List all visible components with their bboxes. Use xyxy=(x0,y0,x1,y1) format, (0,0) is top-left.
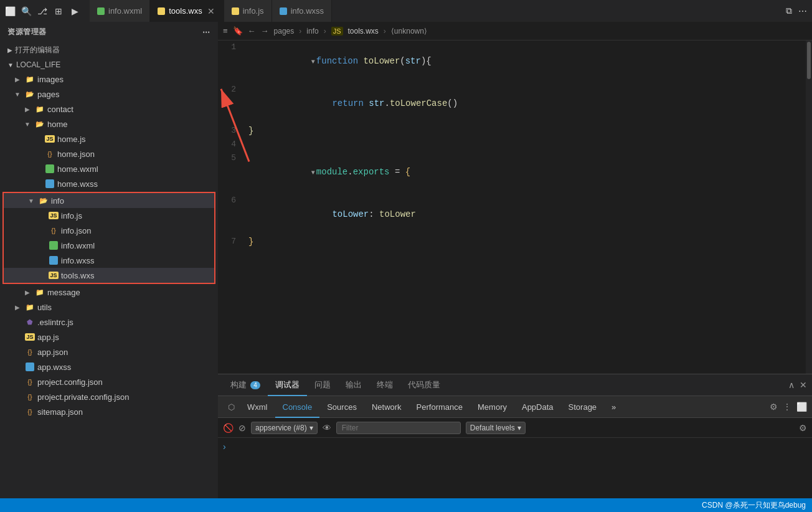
devtools-tab-performance[interactable]: Performance xyxy=(409,396,470,418)
sidebar-item-home-wxss[interactable]: home.wxss xyxy=(0,176,218,191)
sidebar-item-app-js[interactable]: JS app.js xyxy=(0,329,218,344)
bookmark-icon[interactable]: 🔖 xyxy=(233,26,243,36)
devtools-tab-sources[interactable]: Sources xyxy=(319,396,364,418)
breadcrumb-filename[interactable]: tools.wxs xyxy=(348,27,379,36)
devtools-tab-wxml[interactable]: Wxml xyxy=(240,396,275,418)
sidebar-more-icon[interactable]: ⋯ xyxy=(202,28,210,37)
console-body[interactable]: › xyxy=(218,438,812,498)
devtools-more-icon[interactable]: ⋮ xyxy=(783,402,791,412)
sidebar-item-project-config[interactable]: {} project.config.json xyxy=(0,374,218,389)
more-tab-label: » xyxy=(611,402,616,412)
tab-info-wxml[interactable]: info.wxml xyxy=(90,0,150,22)
sidebar-item-eslintrc[interactable]: ⬟ .eslintrc.js xyxy=(0,315,218,329)
split-editor-icon[interactable]: ⧉ xyxy=(786,6,792,16)
sidebar-item-home[interactable]: ▼ 📂 home xyxy=(0,116,218,131)
sidebar-item-info[interactable]: ▼ 📂 info xyxy=(4,193,214,208)
console-clear-icon[interactable]: 🚫 xyxy=(223,423,234,433)
sidebar-item-home-js[interactable]: JS home.js xyxy=(0,131,218,146)
close-panel-icon[interactable]: ✕ xyxy=(800,380,807,390)
sidebar-item-contact[interactable]: ▶ 📁 contact xyxy=(0,102,218,116)
sidebar-item-project-private[interactable]: {} project.private.config.json xyxy=(0,389,218,404)
breadcrumb-info[interactable]: info xyxy=(306,27,318,36)
sidebar: 资源管理器 ⋯ ▶打开的编辑器 ▼LOCAL_LIFE ▶ 📁 images ▼… xyxy=(0,22,218,498)
devtools-tab-more[interactable]: » xyxy=(604,396,623,418)
code-editor[interactable]: 1 ▼function toLower(str){ 2 return str.t… xyxy=(218,40,812,374)
nav-forward-icon[interactable]: → xyxy=(261,26,269,36)
devtools-tab-appdata[interactable]: AppData xyxy=(514,396,561,418)
sidebar-item-info-wxml[interactable]: info.wxml xyxy=(4,238,214,253)
eye-icon[interactable]: 👁 xyxy=(323,423,331,433)
tab-code-quality[interactable]: 代码质量 xyxy=(400,374,448,396)
search-icon[interactable]: 🔍 xyxy=(21,6,31,16)
sidebar-item-home-wxml[interactable]: home.wxml xyxy=(0,161,218,176)
tab-debugger-label: 调试器 xyxy=(275,379,300,391)
console-settings-icon[interactable]: ⚙ xyxy=(799,423,807,433)
folder-open-icon: 📂 xyxy=(25,89,35,99)
code-line-5: 5 ▼module.exports = { xyxy=(218,151,812,194)
sidebar-item-info-wxss[interactable]: info.wxss xyxy=(4,253,214,268)
menu-icon[interactable]: ≡ xyxy=(223,26,228,36)
devtools-tab-storage[interactable]: Storage xyxy=(561,396,605,418)
tab-tools-wxs[interactable]: tools.wxs ✕ xyxy=(150,0,224,22)
folder-icon: 📁 xyxy=(25,74,35,84)
tab-output[interactable]: 输出 xyxy=(338,374,369,396)
tab-debugger[interactable]: 调试器 xyxy=(268,374,307,396)
editor-scrollbar[interactable] xyxy=(806,40,812,374)
sidebar-item-sitemap[interactable]: {} sitemap.json xyxy=(0,404,218,419)
json-icon: {} xyxy=(25,377,35,387)
extensions-icon[interactable]: ⊞ xyxy=(54,6,64,16)
sidebar-item-images[interactable]: ▶ 📁 images xyxy=(0,72,218,87)
open-editors-section[interactable]: ▶打开的编辑器 xyxy=(0,42,218,58)
devtools-nav-icon[interactable]: ⬡ xyxy=(223,402,240,412)
sidebar-item-pages[interactable]: ▼ 📂 pages xyxy=(0,87,218,102)
sidebar-item-utils[interactable]: ▶ 📁 utils xyxy=(0,300,218,315)
sidebar-item-app-wxss[interactable]: app.wxss xyxy=(0,359,218,374)
tab-info-js[interactable]: info.js xyxy=(224,0,272,22)
tab-build[interactable]: 构建 4 xyxy=(223,374,268,396)
devtools-tab-memory[interactable]: Memory xyxy=(470,396,514,418)
nav-back-icon[interactable]: ← xyxy=(248,26,256,36)
breadcrumb-pages[interactable]: pages xyxy=(274,27,295,36)
breadcrumb-sep2: › xyxy=(324,27,326,36)
wxss-icon xyxy=(25,362,35,372)
json-icon: {} xyxy=(45,149,55,159)
wxss-file-icon xyxy=(280,7,287,15)
new-file-icon[interactable]: ⬜ xyxy=(5,6,15,16)
collapse-panel-icon[interactable]: ∧ xyxy=(788,380,795,390)
sidebar-item-tools-wxs[interactable]: JS tools.wxs xyxy=(4,268,214,283)
devtools-undock-icon[interactable]: ⬜ xyxy=(796,402,807,412)
breadcrumb-sep3: › xyxy=(384,27,386,36)
devtools-tab-network[interactable]: Network xyxy=(364,396,409,418)
run-icon[interactable]: ▶ xyxy=(70,6,80,16)
js-file-icon xyxy=(158,7,165,15)
tab-code-quality-label: 代码质量 xyxy=(408,379,440,391)
js-icon: JS xyxy=(25,332,35,342)
console-filter-input[interactable] xyxy=(336,422,461,434)
console-prompt: › xyxy=(223,442,226,452)
sidebar-item-message[interactable]: ▶ 📁 message xyxy=(0,285,218,300)
tab-problems[interactable]: 问题 xyxy=(307,374,338,396)
tab-label: info.js xyxy=(243,6,264,16)
more-actions-icon[interactable]: ⋯ xyxy=(798,6,807,16)
devtools-right-controls: ⚙ ⋮ ⬜ xyxy=(770,402,807,412)
sidebar-item-info-js[interactable]: JS info.js xyxy=(4,208,214,223)
appservice-selector[interactable]: appservice (#8) ▾ xyxy=(251,422,318,434)
tab-terminal[interactable]: 终端 xyxy=(369,374,400,396)
project-section[interactable]: ▼LOCAL_LIFE xyxy=(0,58,218,72)
sidebar-item-home-json[interactable]: {} home.json xyxy=(0,146,218,161)
devtools-settings-icon[interactable]: ⚙ xyxy=(770,402,778,412)
tab-close-icon[interactable]: ✕ xyxy=(206,6,216,16)
tab-problems-label: 问题 xyxy=(314,379,331,391)
folder-open-icon: 📂 xyxy=(35,119,45,129)
tab-info-wxss[interactable]: info.wxss xyxy=(272,0,332,22)
default-levels-selector[interactable]: Default levels ▾ xyxy=(466,422,526,434)
sidebar-item-app-json[interactable]: {} app.json xyxy=(0,344,218,359)
console-block-icon[interactable]: ⊘ xyxy=(238,423,246,433)
source-control-icon[interactable]: ⎇ xyxy=(37,6,47,16)
code-line-4: 4 xyxy=(218,138,812,151)
levels-dropdown-icon: ▾ xyxy=(517,424,521,432)
sidebar-item-info-json[interactable]: {} info.json xyxy=(4,223,214,238)
code-line-7: 7 } xyxy=(218,235,812,249)
devtools-tab-console[interactable]: Console xyxy=(275,396,320,418)
bottom-tabs-bar: 构建 4 调试器 问题 输出 终端 代码质量 xyxy=(218,374,812,396)
